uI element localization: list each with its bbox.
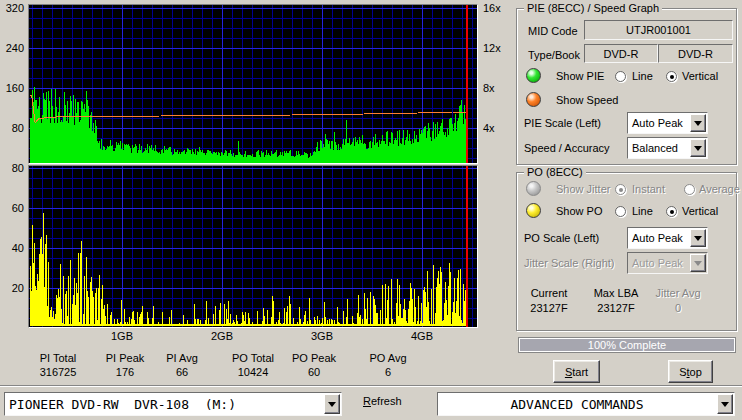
speed-axis-tick-12x: 12x: [483, 42, 509, 54]
show-pie-led-button[interactable]: [526, 68, 541, 83]
mid-code-value: UTJR001001: [584, 20, 733, 40]
refresh-button-label: Refresh: [363, 395, 402, 407]
start-button-label: Start: [565, 366, 588, 378]
jitter-scale-label: Jitter Scale (Right): [524, 257, 614, 270]
stat-value-po-avg: 6: [353, 366, 423, 378]
chevron-down-icon: [694, 261, 702, 266]
speed-accuracy-value: Balanced: [632, 138, 678, 158]
jitter-avg-value: 0: [643, 302, 713, 314]
stop-button-label: Stop: [679, 366, 702, 378]
po-scale-dropdown[interactable]: Auto Peak: [627, 227, 708, 249]
pie-scale-dropdown[interactable]: Auto Peak: [627, 112, 708, 134]
pie-axis-tick-240: 240: [0, 42, 24, 54]
speed-axis-tick-16x: 16x: [483, 2, 509, 14]
disc-type-text: DVD-R: [604, 48, 639, 60]
show-po-led-button[interactable]: [526, 203, 541, 218]
jitter-scale-dropdown: Auto Peak: [627, 252, 708, 274]
x-axis-tick-2gb: 2GB: [202, 330, 242, 342]
pie-vertical-radio-label: Vertical: [682, 70, 718, 83]
progress-text: 100% Complete: [588, 339, 666, 351]
show-jitter-led-button: [526, 181, 541, 196]
stat-label-po-peak: PO Peak: [279, 352, 349, 364]
pie-speed-group-title: PIE (8ECC) / Speed Graph: [524, 2, 662, 15]
stat-label-po-avg: PO Avg: [353, 352, 423, 364]
drive-select-value: PIONEER DVD-RW DVR-108 (M:): [9, 393, 236, 415]
chevron-down-icon: [694, 121, 702, 126]
max-lba-label: Max LBA: [581, 287, 651, 299]
x-axis-tick-1gb: 1GB: [102, 330, 142, 342]
mid-code-label: MID Code: [528, 25, 578, 38]
po-axis-tick-20: 20: [0, 282, 24, 294]
stop-button[interactable]: Stop: [668, 360, 713, 383]
current-label: Current: [514, 287, 584, 299]
stat-value-po-peak: 60: [279, 366, 349, 378]
pie-speed-graph-canvas: [29, 5, 477, 163]
jitter-scale-value: Auto Peak: [632, 253, 683, 273]
x-axis-tick-3gb: 3GB: [302, 330, 342, 342]
chevron-down-icon: [721, 402, 729, 407]
po-line-radio[interactable]: [615, 206, 626, 217]
speed-axis-tick-4x: 4x: [483, 122, 509, 134]
drive-select-dropdown-button[interactable]: [324, 394, 340, 414]
po-axis-tick-40: 40: [0, 242, 24, 254]
pie-scale-value: Auto Peak: [632, 113, 683, 133]
po-line-radio-label: Line: [632, 205, 653, 218]
speed-accuracy-dropdown[interactable]: Balanced: [627, 137, 708, 159]
po-axis-tick-60: 60: [0, 202, 24, 214]
stat-label-po-total: PO Total: [218, 352, 288, 364]
pie-line-radio[interactable]: [615, 71, 626, 82]
show-speed-label: Show Speed: [556, 94, 618, 107]
stat-label-pi-avg: PI Avg: [147, 352, 217, 364]
command-select-value: ADVANCED COMMANDS: [438, 393, 716, 415]
type-book-label: Type/Book: [528, 49, 580, 62]
pie-line-radio-label: Line: [632, 70, 653, 83]
pie-axis-tick-160: 160: [0, 82, 24, 94]
po-vertical-radio[interactable]: [666, 206, 677, 217]
command-select-dropdown-button[interactable]: [717, 394, 733, 414]
stat-value-po-total: 10424: [218, 366, 288, 378]
pie-scale-dropdown-button[interactable]: [690, 114, 706, 132]
progress-bar-fill: 100% Complete: [520, 339, 734, 351]
po-graph: [28, 165, 478, 328]
pie-scale-label: PIE Scale (Left): [524, 117, 601, 130]
jitter-scale-dropdown-button: [690, 254, 706, 272]
current-value: 23127F: [514, 302, 584, 314]
show-speed-led-button[interactable]: [526, 92, 541, 107]
book-type-value: DVD-R: [658, 44, 733, 63]
jitter-average-radio: [684, 184, 695, 195]
refresh-button[interactable]: Refresh: [363, 395, 402, 408]
po-axis-tick-80: 80: [0, 162, 24, 174]
show-pie-label: Show PIE: [556, 70, 604, 83]
bottom-divider: [0, 385, 742, 387]
jitter-average-radio-label: Average: [699, 183, 740, 196]
jitter-instant-radio-label: Instant: [632, 183, 665, 196]
progress-bar: 100% Complete: [518, 337, 736, 353]
po-group-title: PO (8ECC): [524, 166, 586, 179]
speed-accuracy-label: Speed / Accuracy: [524, 142, 610, 155]
drive-select-dropdown[interactable]: PIONEER DVD-RW DVR-108 (M:): [4, 392, 342, 416]
po-graph-canvas: [29, 166, 477, 327]
chevron-down-icon: [694, 146, 702, 151]
stat-value-pi-avg: 66: [147, 366, 217, 378]
start-button[interactable]: Start: [553, 360, 600, 383]
speed-axis-tick-8x: 8x: [483, 82, 509, 94]
max-lba-value: 23127F: [581, 302, 651, 314]
x-axis-tick-4gb: 4GB: [402, 330, 442, 342]
stat-value-pi-total: 316725: [23, 366, 93, 378]
chevron-down-icon: [694, 236, 702, 241]
po-scale-dropdown-button[interactable]: [690, 229, 706, 247]
stat-label-pi-total: PI Total: [23, 352, 93, 364]
pie-axis-tick-320: 320: [0, 2, 24, 14]
show-po-label: Show PO: [556, 205, 602, 218]
chevron-down-icon: [328, 402, 336, 407]
po-vertical-radio-label: Vertical: [682, 205, 718, 218]
pie-speed-graph: [28, 4, 478, 164]
mid-code-text: UTJR001001: [626, 24, 691, 36]
speed-accuracy-dropdown-button[interactable]: [690, 139, 706, 157]
jitter-instant-radio: [615, 184, 626, 195]
command-select-dropdown[interactable]: ADVANCED COMMANDS: [437, 392, 735, 416]
jitter-avg-label: Jitter Avg: [643, 287, 713, 299]
pie-vertical-radio[interactable]: [666, 71, 677, 82]
po-scale-value: Auto Peak: [632, 228, 683, 248]
show-jitter-label: Show Jitter: [556, 183, 610, 196]
